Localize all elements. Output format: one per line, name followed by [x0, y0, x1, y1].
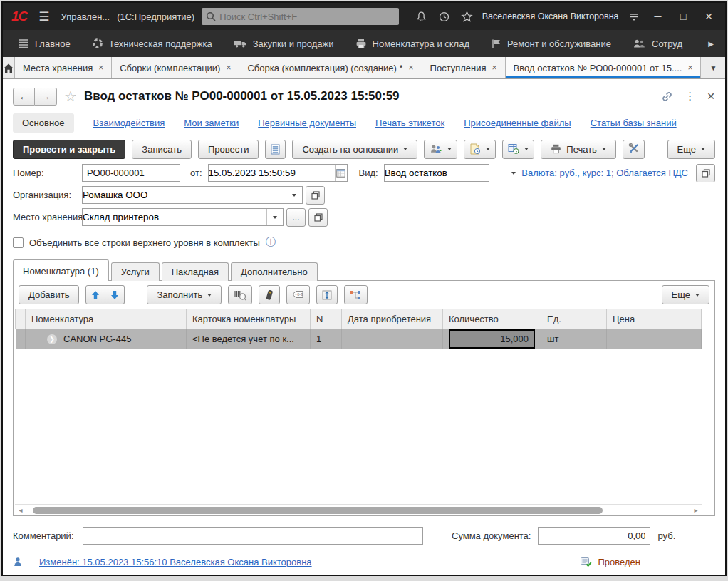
row-height-button[interactable]	[316, 285, 338, 304]
post-button[interactable]: Провести	[198, 140, 259, 159]
scanner-button[interactable]	[259, 285, 280, 304]
column-header[interactable]: Карточка номенклатуры	[187, 309, 311, 329]
quantity-cell[interactable]: 15,000	[443, 329, 541, 349]
nav-link-my-notes[interactable]: Мои заметки	[184, 118, 239, 128]
scroll-right-icon[interactable]: ▸	[692, 506, 700, 514]
column-header[interactable]: N	[311, 309, 342, 329]
purchase-date-cell[interactable]	[342, 329, 443, 349]
menu-item-main[interactable]: Главное	[9, 30, 80, 57]
scrollbar-track[interactable]	[27, 507, 690, 514]
document-structure-button[interactable]	[265, 140, 286, 159]
settings-tools-button[interactable]	[623, 140, 645, 159]
column-header[interactable]: Цена	[607, 309, 702, 329]
unit-cell[interactable]: шт	[541, 329, 607, 349]
create-based-on-button[interactable]: Создать на основании	[292, 140, 417, 159]
tab-services[interactable]: Услуги	[111, 262, 160, 281]
column-header[interactable]: Дата приобретения	[342, 309, 443, 329]
barcode-search-button[interactable]	[228, 285, 252, 304]
minimize-button[interactable]: ─	[649, 11, 667, 22]
currency-settings-link[interactable]: Валюта: руб., курс: 1; Облагается НДС	[521, 168, 688, 178]
tab-assemblies[interactable]: Сборки (комплектации) ×	[112, 57, 239, 78]
move-row-down-button[interactable]	[105, 285, 125, 304]
current-user-name[interactable]: Васелевская Оксана Викторовна	[482, 11, 619, 21]
get-link-icon[interactable]	[661, 91, 673, 103]
scrollbar-thumb[interactable]	[33, 507, 603, 514]
close-tab-icon[interactable]: ×	[687, 63, 692, 73]
menu-item-nomenclature-warehouse[interactable]: Номенклатура и склад	[346, 30, 479, 57]
open-organization-icon[interactable]	[306, 186, 325, 205]
table-row[interactable]: ❯ CANON PG-445 <Не ведется учет по к... …	[16, 329, 702, 349]
tab-list-dropdown-icon[interactable]: ▼	[701, 57, 725, 78]
column-header[interactable]: Количество	[443, 309, 541, 329]
add-row-button[interactable]: Добавить	[19, 285, 79, 304]
price-tags-button[interactable]: 0-3	[286, 285, 310, 304]
open-currency-icon[interactable]	[696, 164, 715, 182]
schedule-button[interactable]	[502, 140, 534, 159]
close-tab-icon[interactable]: ×	[492, 63, 497, 73]
global-search[interactable]	[202, 8, 399, 25]
storage-field[interactable]	[83, 209, 266, 225]
open-storage-icon[interactable]	[308, 208, 328, 227]
menu-item-repair-service[interactable]: Ремонт и обслуживание	[482, 30, 620, 57]
favorite-star-icon[interactable]: ☆	[64, 88, 77, 105]
close-window-button[interactable]: ✕	[700, 11, 718, 22]
move-row-up-button[interactable]	[85, 285, 105, 304]
nav-link-attached-files[interactable]: Присоединенные файлы	[464, 118, 571, 128]
close-document-icon[interactable]: ✕	[707, 91, 715, 102]
nav-link-primary-documents[interactable]: Первичные документы	[258, 118, 356, 128]
service-menu-icon[interactable]	[626, 8, 642, 25]
comment-field[interactable]	[83, 527, 423, 545]
scroll-left-icon[interactable]: ◂	[16, 506, 25, 514]
back-button[interactable]: ←	[13, 88, 35, 106]
menu-overflow-arrow-icon[interactable]: ▶	[702, 40, 719, 48]
horizontal-scrollbar[interactable]: ◂ ▸	[15, 504, 702, 515]
search-input[interactable]	[219, 11, 395, 22]
date-field[interactable]	[209, 165, 335, 181]
menu-item-tech-support[interactable]: Техническая поддержка	[83, 30, 222, 57]
tab-nomenclature[interactable]: Номенклатура (1)	[13, 259, 109, 281]
print-button[interactable]: Печать	[541, 140, 616, 159]
nav-link-knowledge-base[interactable]: Статьи базы знаний	[591, 118, 677, 128]
hierarchy-button[interactable]	[344, 285, 368, 304]
quantity-value[interactable]: 15,000	[449, 329, 535, 349]
forward-button[interactable]: →	[35, 88, 57, 106]
home-tab[interactable]	[3, 57, 15, 78]
tab-balance-entry[interactable]: Ввод остатков № РО00-000001 от 15.... ×	[506, 57, 702, 78]
menu-item-employees[interactable]: Сотруд	[623, 30, 692, 57]
main-menu-icon[interactable]: ☰	[34, 9, 53, 24]
info-icon[interactable]: ⓘ	[266, 236, 276, 249]
nomenclature-cell[interactable]: ❯ CANON PG-445	[26, 329, 187, 349]
number-field[interactable]	[82, 164, 180, 182]
vertical-scrollbar-lane[interactable]	[702, 309, 713, 515]
tab-additional[interactable]: Дополнительно	[231, 262, 318, 281]
chevron-down-icon[interactable]	[286, 187, 302, 203]
calendar-icon[interactable]	[335, 165, 347, 181]
fill-button[interactable]: Заполнить	[147, 285, 222, 304]
tab-invoice[interactable]: Накладная	[162, 262, 229, 281]
save-button[interactable]: Записать	[132, 140, 192, 159]
nav-link-print-labels[interactable]: Печать этикеток	[375, 118, 444, 128]
close-tab-icon[interactable]: ×	[98, 63, 103, 73]
chevron-down-icon[interactable]	[511, 165, 516, 181]
notifications-bell-icon[interactable]	[413, 8, 429, 25]
create-reminder-button[interactable]	[464, 140, 496, 159]
nav-link-main[interactable]: Основное	[13, 113, 74, 133]
organization-field[interactable]	[83, 187, 286, 203]
more-actions-kebab-icon[interactable]: ⋮	[685, 90, 695, 103]
table-more-button[interactable]: Еще	[662, 285, 709, 304]
table-empty-area[interactable]	[15, 349, 702, 504]
column-header[interactable]: Ед.	[541, 309, 607, 329]
n-cell[interactable]: 1	[311, 329, 342, 349]
close-tab-icon[interactable]: ×	[409, 63, 414, 73]
card-cell[interactable]: <Не ведется учет по к...	[187, 329, 311, 349]
post-and-close-button[interactable]: Провести и закрыть	[13, 140, 125, 159]
document-sum-field[interactable]	[538, 527, 650, 545]
more-button[interactable]: Еще	[667, 140, 715, 159]
storage-ellipsis-button[interactable]: ...	[286, 208, 306, 227]
history-icon[interactable]	[437, 8, 452, 25]
tab-receipts[interactable]: Поступления ×	[422, 57, 506, 78]
kind-select[interactable]	[385, 165, 511, 181]
maximize-button[interactable]: □	[674, 11, 692, 22]
close-tab-icon[interactable]: ×	[226, 63, 231, 73]
merge-rows-checkbox[interactable]	[13, 237, 24, 248]
